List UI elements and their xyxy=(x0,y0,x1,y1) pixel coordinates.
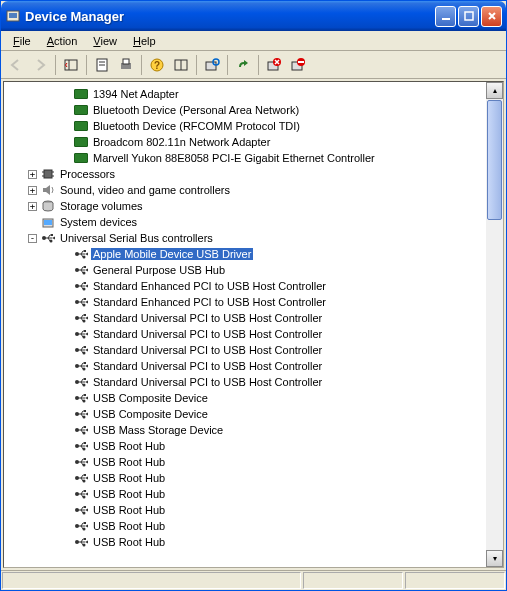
svg-rect-46 xyxy=(84,314,86,316)
maximize-button[interactable] xyxy=(458,6,479,27)
device-icon xyxy=(40,214,56,230)
usb-device-item[interactable]: USB Root Hub xyxy=(6,486,484,502)
network-adapter-item[interactable]: 1394 Net Adapter xyxy=(6,86,484,102)
separator xyxy=(196,55,197,75)
svg-rect-76 xyxy=(84,474,86,476)
device-icon xyxy=(40,198,56,214)
usb-device-item[interactable]: USB Root Hub xyxy=(6,470,484,486)
expander-icon[interactable]: + xyxy=(28,170,37,179)
show-hide-tree-button[interactable] xyxy=(60,54,82,76)
scan-hardware-button[interactable] xyxy=(201,54,223,76)
device-icon xyxy=(73,422,89,438)
category-proc[interactable]: +Processors xyxy=(6,166,484,182)
disable-button[interactable] xyxy=(287,54,309,76)
menu-file[interactable]: File xyxy=(5,33,39,49)
menu-action[interactable]: Action xyxy=(39,33,86,49)
category-snd[interactable]: +Sound, video and game controllers xyxy=(6,182,484,198)
svg-rect-34 xyxy=(84,250,86,252)
network-adapter-item[interactable]: Broadcom 802.11n Network Adapter xyxy=(6,134,484,150)
svg-rect-88 xyxy=(84,538,86,540)
back-button[interactable] xyxy=(5,54,27,76)
network-adapter-item[interactable]: Bluetooth Device (RFCOMM Protocol TDI) xyxy=(6,118,484,134)
usb-device-item[interactable]: USB Composite Device xyxy=(6,390,484,406)
expander-icon[interactable]: - xyxy=(28,234,37,243)
svg-rect-22 xyxy=(44,170,52,178)
tree-label: Processors xyxy=(58,168,117,180)
usb-device-item[interactable]: USB Composite Device xyxy=(6,406,484,422)
scroll-up-button[interactable]: ▴ xyxy=(486,82,503,99)
usb-device-item[interactable]: USB Mass Storage Device xyxy=(6,422,484,438)
tree-label: Standard Universal PCI to USB Host Contr… xyxy=(91,376,324,388)
svg-rect-52 xyxy=(84,346,86,348)
forward-button[interactable] xyxy=(29,54,51,76)
tree-label: 1394 Net Adapter xyxy=(91,88,181,100)
tree-label: Standard Enhanced PCI to USB Host Contro… xyxy=(91,296,328,308)
category-vol[interactable]: +Storage volumes xyxy=(6,198,484,214)
usb-device-item[interactable]: Standard Universal PCI to USB Host Contr… xyxy=(6,310,484,326)
device-icon xyxy=(73,518,89,534)
window-title: Device Manager xyxy=(25,9,435,24)
statusbar xyxy=(1,570,506,590)
svg-point-50 xyxy=(83,336,86,339)
usb-device-item[interactable]: Standard Universal PCI to USB Host Contr… xyxy=(6,342,484,358)
status-panel xyxy=(303,572,403,589)
svg-rect-10 xyxy=(123,59,129,64)
device-icon xyxy=(73,342,89,358)
usb-device-item[interactable]: USB Root Hub xyxy=(6,502,484,518)
print-button[interactable] xyxy=(115,54,137,76)
tree-label: Standard Universal PCI to USB Host Contr… xyxy=(91,344,324,356)
device-icon xyxy=(73,486,89,502)
usb-device-item[interactable]: Standard Universal PCI to USB Host Contr… xyxy=(6,326,484,342)
separator xyxy=(227,55,228,75)
usb-device-item[interactable]: Standard Enhanced PCI to USB Host Contro… xyxy=(6,294,484,310)
network-adapter-item[interactable]: Bluetooth Device (Personal Area Network) xyxy=(6,102,484,118)
usb-device-item[interactable]: Standard Universal PCI to USB Host Contr… xyxy=(6,358,484,374)
usb-device-item[interactable]: Standard Enhanced PCI to USB Host Contro… xyxy=(6,278,484,294)
svg-point-44 xyxy=(83,304,86,307)
scrollbar[interactable]: ▴ ▾ xyxy=(486,82,503,567)
separator xyxy=(141,55,142,75)
tree-label: USB Root Hub xyxy=(91,472,167,484)
tree-label: Bluetooth Device (RFCOMM Protocol TDI) xyxy=(91,120,302,132)
svg-rect-73 xyxy=(84,458,86,460)
usb-device-item[interactable]: Apple Mobile Device USB Driver xyxy=(6,246,484,262)
usb-device-item[interactable]: USB Root Hub xyxy=(6,454,484,470)
toolbar: ? xyxy=(1,51,506,79)
menu-help[interactable]: Help xyxy=(125,33,164,49)
tree-label: Storage volumes xyxy=(58,200,145,212)
tree-label: Standard Universal PCI to USB Host Contr… xyxy=(91,360,324,372)
scroll-down-button[interactable]: ▾ xyxy=(486,550,503,567)
tree-label: Sound, video and game controllers xyxy=(58,184,232,196)
view-mode-button[interactable] xyxy=(170,54,192,76)
tree-label: Marvell Yukon 88E8058 PCI-E Gigabit Ethe… xyxy=(91,152,377,164)
scroll-thumb[interactable] xyxy=(487,100,502,220)
category-sys[interactable]: System devices xyxy=(6,214,484,230)
usb-device-item[interactable]: USB Root Hub xyxy=(6,534,484,550)
network-adapter-item[interactable]: Marvell Yukon 88E8058 PCI-E Gigabit Ethe… xyxy=(6,150,484,166)
properties-button[interactable] xyxy=(91,54,113,76)
usb-device-item[interactable]: USB Root Hub xyxy=(6,518,484,534)
titlebar[interactable]: Device Manager xyxy=(1,1,506,31)
svg-rect-67 xyxy=(84,426,86,428)
svg-rect-82 xyxy=(84,506,86,508)
update-driver-button[interactable] xyxy=(232,54,254,76)
menu-view[interactable]: View xyxy=(85,33,125,49)
tree-label: USB Root Hub xyxy=(91,440,167,452)
expander-icon[interactable]: + xyxy=(28,186,37,195)
help-button[interactable]: ? xyxy=(146,54,168,76)
tree-view: 1394 Net AdapterBluetooth Device (Person… xyxy=(3,81,504,568)
device-icon xyxy=(73,454,89,470)
device-icon xyxy=(73,262,89,278)
svg-rect-15 xyxy=(206,62,216,70)
usb-device-item[interactable]: General Purpose USB Hub xyxy=(6,262,484,278)
usb-device-item[interactable]: USB Root Hub xyxy=(6,438,484,454)
uninstall-button[interactable] xyxy=(263,54,285,76)
category-usb[interactable]: -Universal Serial Bus controllers xyxy=(6,230,484,246)
close-button[interactable] xyxy=(481,6,502,27)
minimize-button[interactable] xyxy=(435,6,456,27)
usb-device-item[interactable]: Standard Universal PCI to USB Host Contr… xyxy=(6,374,484,390)
device-icon xyxy=(73,438,89,454)
expander-icon[interactable]: + xyxy=(28,202,37,211)
tree-label: USB Root Hub xyxy=(91,488,167,500)
svg-point-59 xyxy=(83,384,86,387)
